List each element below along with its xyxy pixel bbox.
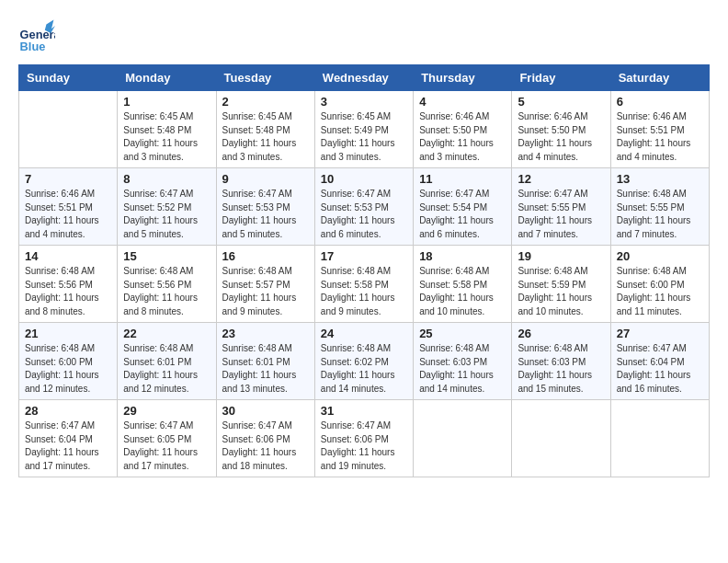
calendar-table: SundayMondayTuesdayWednesdayThursdayFrid…: [18, 64, 710, 477]
calendar-cell: 1Sunrise: 6:45 AMSunset: 5:48 PMDaylight…: [118, 91, 216, 168]
calendar-cell: 3Sunrise: 6:45 AMSunset: 5:49 PMDaylight…: [314, 91, 413, 168]
calendar-cell: 17Sunrise: 6:48 AMSunset: 5:58 PMDayligh…: [314, 246, 413, 323]
cell-info: Sunrise: 6:48 AMSunset: 5:55 PMDaylight:…: [617, 188, 703, 241]
cell-info: Sunrise: 6:48 AMSunset: 6:03 PMDaylight:…: [419, 342, 506, 396]
cell-info: Sunrise: 6:48 AMSunset: 5:56 PMDaylight:…: [123, 265, 210, 318]
cell-info: Sunrise: 6:45 AMSunset: 5:48 PMDaylight:…: [123, 110, 210, 164]
logo-icon: General Blue: [18, 18, 55, 55]
day-number: 5: [518, 95, 604, 109]
svg-text:Blue: Blue: [20, 40, 46, 53]
cell-info: Sunrise: 6:47 AMSunset: 5:54 PMDaylight:…: [419, 188, 506, 241]
weekday-header-sunday: Sunday: [19, 65, 118, 91]
day-number: 30: [222, 404, 309, 418]
calendar-cell: 30Sunrise: 6:47 AMSunset: 6:06 PMDayligh…: [216, 400, 314, 477]
day-number: 22: [123, 327, 210, 340]
day-number: 13: [617, 172, 703, 186]
cell-info: Sunrise: 6:46 AMSunset: 5:50 PMDaylight:…: [419, 110, 506, 164]
cell-info: Sunrise: 6:47 AMSunset: 5:53 PMDaylight:…: [321, 188, 407, 241]
calendar-cell: 2Sunrise: 6:45 AMSunset: 5:48 PMDaylight…: [216, 91, 314, 168]
calendar-cell: 11Sunrise: 6:47 AMSunset: 5:54 PMDayligh…: [414, 168, 512, 246]
cell-info: Sunrise: 6:48 AMSunset: 6:01 PMDaylight:…: [123, 342, 210, 396]
cell-info: Sunrise: 6:48 AMSunset: 6:03 PMDaylight:…: [518, 342, 604, 396]
cell-info: Sunrise: 6:46 AMSunset: 5:51 PMDaylight:…: [25, 188, 111, 241]
calendar-cell: 12Sunrise: 6:47 AMSunset: 5:55 PMDayligh…: [512, 168, 610, 246]
weekday-header-row: SundayMondayTuesdayWednesdayThursdayFrid…: [19, 65, 710, 91]
cell-info: Sunrise: 6:47 AMSunset: 5:53 PMDaylight:…: [222, 188, 309, 241]
day-number: 9: [222, 172, 309, 186]
calendar-cell: 31Sunrise: 6:47 AMSunset: 6:06 PMDayligh…: [314, 400, 413, 477]
calendar-cell: 24Sunrise: 6:48 AMSunset: 6:02 PMDayligh…: [314, 323, 413, 400]
day-number: 1: [123, 95, 210, 109]
cell-info: Sunrise: 6:48 AMSunset: 6:01 PMDaylight:…: [222, 342, 309, 396]
cell-info: Sunrise: 6:46 AMSunset: 5:50 PMDaylight:…: [518, 110, 604, 164]
calendar-cell: 5Sunrise: 6:46 AMSunset: 5:50 PMDaylight…: [512, 91, 610, 168]
day-number: 6: [617, 95, 703, 109]
calendar-cell: [610, 400, 709, 477]
calendar-cell: 23Sunrise: 6:48 AMSunset: 6:01 PMDayligh…: [216, 323, 314, 400]
cell-info: Sunrise: 6:48 AMSunset: 5:59 PMDaylight:…: [518, 265, 604, 318]
calendar-cell: 29Sunrise: 6:47 AMSunset: 6:05 PMDayligh…: [118, 400, 216, 477]
weekday-header-friday: Friday: [512, 65, 610, 91]
calendar-cell: 15Sunrise: 6:48 AMSunset: 5:56 PMDayligh…: [118, 246, 216, 323]
cell-info: Sunrise: 6:48 AMSunset: 6:00 PMDaylight:…: [25, 342, 111, 396]
calendar-cell: 13Sunrise: 6:48 AMSunset: 5:55 PMDayligh…: [610, 168, 709, 246]
calendar-week-5: 28Sunrise: 6:47 AMSunset: 6:04 PMDayligh…: [19, 400, 710, 477]
day-number: 26: [518, 327, 604, 340]
weekday-header-tuesday: Tuesday: [216, 65, 314, 91]
day-number: 11: [419, 172, 506, 186]
calendar-cell: 20Sunrise: 6:48 AMSunset: 6:00 PMDayligh…: [610, 246, 709, 323]
cell-info: Sunrise: 6:46 AMSunset: 5:51 PMDaylight:…: [617, 110, 703, 164]
day-number: 21: [25, 327, 111, 340]
day-number: 14: [25, 249, 111, 263]
weekday-header-wednesday: Wednesday: [314, 65, 413, 91]
day-number: 31: [321, 404, 407, 418]
calendar-week-1: 1Sunrise: 6:45 AMSunset: 5:48 PMDaylight…: [19, 91, 710, 168]
calendar-cell: 19Sunrise: 6:48 AMSunset: 5:59 PMDayligh…: [512, 246, 610, 323]
calendar-cell: [414, 400, 512, 477]
weekday-header-saturday: Saturday: [610, 65, 709, 91]
calendar-cell: 22Sunrise: 6:48 AMSunset: 6:01 PMDayligh…: [118, 323, 216, 400]
day-number: 2: [222, 95, 309, 109]
calendar-cell: 14Sunrise: 6:48 AMSunset: 5:56 PMDayligh…: [19, 246, 118, 323]
cell-info: Sunrise: 6:48 AMSunset: 5:56 PMDaylight:…: [25, 265, 111, 318]
day-number: 3: [321, 95, 407, 109]
cell-info: Sunrise: 6:47 AMSunset: 5:55 PMDaylight:…: [518, 188, 604, 241]
day-number: 4: [419, 95, 506, 109]
cell-info: Sunrise: 6:47 AMSunset: 6:06 PMDaylight:…: [222, 419, 309, 473]
day-number: 24: [321, 327, 407, 340]
cell-info: Sunrise: 6:48 AMSunset: 5:57 PMDaylight:…: [222, 265, 309, 318]
day-number: 18: [419, 249, 506, 263]
calendar-cell: 6Sunrise: 6:46 AMSunset: 5:51 PMDaylight…: [610, 91, 709, 168]
weekday-header-thursday: Thursday: [414, 65, 512, 91]
calendar-cell: 27Sunrise: 6:47 AMSunset: 6:04 PMDayligh…: [610, 323, 709, 400]
day-number: 28: [25, 404, 111, 418]
day-number: 15: [123, 249, 210, 263]
calendar-cell: [512, 400, 610, 477]
cell-info: Sunrise: 6:48 AMSunset: 6:00 PMDaylight:…: [617, 265, 703, 318]
calendar-cell: 9Sunrise: 6:47 AMSunset: 5:53 PMDaylight…: [216, 168, 314, 246]
calendar-cell: 25Sunrise: 6:48 AMSunset: 6:03 PMDayligh…: [414, 323, 512, 400]
day-number: 25: [419, 327, 506, 340]
calendar-week-2: 7Sunrise: 6:46 AMSunset: 5:51 PMDaylight…: [19, 168, 710, 246]
day-number: 20: [617, 249, 703, 263]
day-number: 23: [222, 327, 309, 340]
calendar-cell: 4Sunrise: 6:46 AMSunset: 5:50 PMDaylight…: [414, 91, 512, 168]
day-number: 7: [25, 172, 111, 186]
calendar-cell: 18Sunrise: 6:48 AMSunset: 5:58 PMDayligh…: [414, 246, 512, 323]
cell-info: Sunrise: 6:48 AMSunset: 5:58 PMDaylight:…: [321, 265, 407, 318]
weekday-header-monday: Monday: [118, 65, 216, 91]
calendar-cell: 7Sunrise: 6:46 AMSunset: 5:51 PMDaylight…: [19, 168, 118, 246]
calendar-cell: 8Sunrise: 6:47 AMSunset: 5:52 PMDaylight…: [118, 168, 216, 246]
calendar-cell: [19, 91, 118, 168]
cell-info: Sunrise: 6:47 AMSunset: 6:04 PMDaylight:…: [617, 342, 703, 396]
cell-info: Sunrise: 6:47 AMSunset: 6:04 PMDaylight:…: [25, 419, 111, 473]
page-header: General Blue: [18, 18, 710, 55]
calendar-cell: 16Sunrise: 6:48 AMSunset: 5:57 PMDayligh…: [216, 246, 314, 323]
day-number: 10: [321, 172, 407, 186]
logo: General Blue: [18, 18, 55, 55]
calendar-cell: 26Sunrise: 6:48 AMSunset: 6:03 PMDayligh…: [512, 323, 610, 400]
calendar-cell: 28Sunrise: 6:47 AMSunset: 6:04 PMDayligh…: [19, 400, 118, 477]
day-number: 17: [321, 249, 407, 263]
cell-info: Sunrise: 6:45 AMSunset: 5:48 PMDaylight:…: [222, 110, 309, 164]
cell-info: Sunrise: 6:48 AMSunset: 6:02 PMDaylight:…: [321, 342, 407, 396]
